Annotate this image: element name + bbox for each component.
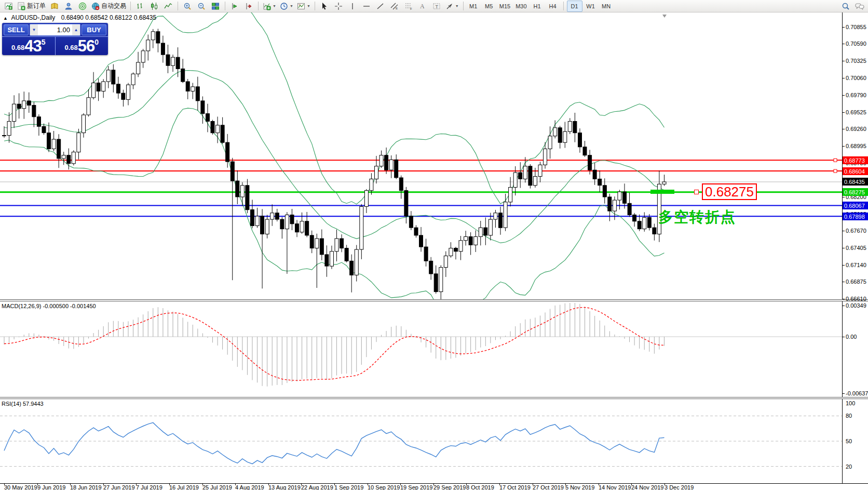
trendline-tool-button[interactable] — [374, 1, 387, 11]
vertical-line-tool-button[interactable] — [346, 1, 359, 11]
navigator-button[interactable] — [62, 1, 75, 11]
journal-button[interactable] — [48, 1, 61, 11]
symbol-period-label: AUDUSD-,Daily — [11, 14, 56, 21]
price-axis-tick: 0.70325 — [846, 58, 866, 64]
candlestick — [608, 197, 612, 211]
candlestick-chart-button[interactable] — [147, 1, 161, 11]
sell-price-prefix: 0.68 — [11, 44, 24, 51]
candlestick — [102, 82, 105, 91]
cursor-tool-button[interactable] — [318, 1, 331, 11]
candlestick — [261, 216, 264, 234]
shapes-tool-button[interactable]: ▼ — [444, 1, 460, 11]
collapse-panel-arrow-icon[interactable]: ▲ — [3, 16, 8, 21]
candlestick — [315, 239, 319, 248]
search-button[interactable] — [839, 1, 852, 11]
sell-price[interactable]: 0.68 43 5 — [2, 37, 56, 55]
date-axis-tickmark — [533, 483, 533, 485]
label-tool-button[interactable]: T — [430, 1, 443, 11]
candlestick — [47, 133, 51, 149]
timeframe-button-MN[interactable]: MN — [599, 1, 614, 11]
candlestick — [404, 191, 408, 216]
fibonacci-tool-button[interactable]: F — [402, 1, 415, 11]
svg-text:E: E — [396, 7, 398, 10]
autotrading-button[interactable]: 自动交易 — [90, 1, 128, 11]
candlestick — [211, 122, 214, 133]
timeframe-button-H4[interactable]: H4 — [546, 1, 560, 11]
candlestick — [295, 224, 299, 232]
volume-decrease-button[interactable]: ▼ — [30, 24, 38, 35]
candlestick — [325, 255, 329, 266]
zoom-in-button[interactable] — [181, 1, 194, 11]
timeframe-button-M15[interactable]: M15 — [497, 1, 512, 11]
date-axis-tickmark — [4, 483, 5, 485]
search-icon — [842, 2, 850, 10]
candlestick — [226, 142, 229, 162]
templates-button[interactable]: ▼ — [295, 1, 312, 11]
candlestick — [310, 235, 314, 248]
rsi-indicator-pane[interactable] — [0, 399, 842, 483]
candlestick — [544, 149, 547, 165]
price-chart-pane[interactable] — [0, 12, 842, 300]
timeframe-button-D1[interactable]: D1 — [567, 1, 582, 12]
candlestick — [335, 239, 338, 251]
sell-button[interactable]: SELL — [4, 24, 29, 35]
candlestick — [395, 160, 398, 178]
pane-divider[interactable] — [0, 397, 868, 399]
candlestick — [499, 213, 503, 228]
candlestick — [360, 206, 363, 249]
candlestick — [270, 213, 274, 219]
green-line-highlight-segment[interactable] — [650, 190, 674, 194]
auto-scroll-button[interactable] — [228, 1, 241, 11]
rsi-axis-tick: 100 — [846, 400, 855, 406]
zoom-out-button[interactable] — [195, 1, 208, 11]
text-tool-button[interactable]: A — [416, 1, 429, 11]
timeframe-button-M1[interactable]: M1 — [466, 1, 481, 11]
volume-increase-button[interactable]: ▲ — [72, 24, 80, 35]
buy-price-pip: 0 — [94, 38, 99, 46]
vertical-line-icon — [348, 2, 357, 10]
new-order-label: 新订单 — [27, 2, 46, 10]
pane-divider[interactable] — [0, 299, 868, 301]
volume-input[interactable] — [38, 24, 72, 35]
candlestick — [345, 248, 348, 261]
candlestick — [479, 228, 482, 236]
chat-button[interactable] — [853, 1, 866, 11]
date-axis-label: 4 Aug 2019 — [235, 484, 264, 490]
periods-button[interactable]: ▼ — [278, 1, 295, 11]
bar-chart-button[interactable] — [133, 1, 147, 11]
price-axis-tickmark — [842, 146, 845, 147]
arrows-icon — [445, 2, 454, 10]
turning-point-annotation[interactable]: 多空转折点 — [658, 207, 736, 227]
timeframe-button-M5[interactable]: M5 — [482, 1, 496, 11]
dropdown-arrow-icon: ▼ — [290, 4, 293, 8]
timeframe-group: M1M5M15M30H1H4D1W1MN — [466, 1, 614, 12]
horizontal-line-tool-button[interactable] — [360, 1, 373, 11]
crosshair-tool-button[interactable] — [332, 1, 345, 11]
line-anchor-handle[interactable] — [694, 190, 699, 194]
macd-indicator-pane[interactable] — [0, 301, 842, 398]
buy-button[interactable]: BUY — [82, 24, 106, 35]
new-order-button[interactable]: 新订单 — [16, 1, 47, 11]
sound-button[interactable] — [76, 1, 89, 11]
timeframe-button-H1[interactable]: H1 — [530, 1, 545, 11]
candlestick — [151, 32, 155, 40]
candlestick — [127, 85, 130, 99]
chart-shift-button[interactable] — [242, 1, 255, 11]
candlestick — [330, 251, 334, 266]
price-axis-tickmark — [842, 44, 845, 44]
tile-windows-button[interactable] — [209, 1, 222, 11]
rsi-axis-tick: 80 — [846, 413, 852, 419]
channel-tool-button[interactable]: E — [388, 1, 401, 11]
date-axis-tickmark — [235, 483, 236, 485]
candlestick — [464, 236, 468, 240]
buy-price[interactable]: 0.68 56 0 — [56, 37, 108, 55]
timeframe-button-W1[interactable]: W1 — [584, 1, 598, 11]
timeframe-button-M30[interactable]: M30 — [513, 1, 528, 11]
price-callout-label[interactable]: 0.68275 — [702, 183, 757, 200]
toolbar-separator — [178, 2, 178, 10]
tile-windows-icon — [211, 2, 220, 10]
indicators-button[interactable]: ▼ — [261, 1, 278, 11]
chart-window-icon[interactable] — [2, 1, 15, 11]
line-chart-button[interactable] — [161, 1, 175, 11]
volume-stepper: ▼ ▲ — [30, 24, 80, 36]
